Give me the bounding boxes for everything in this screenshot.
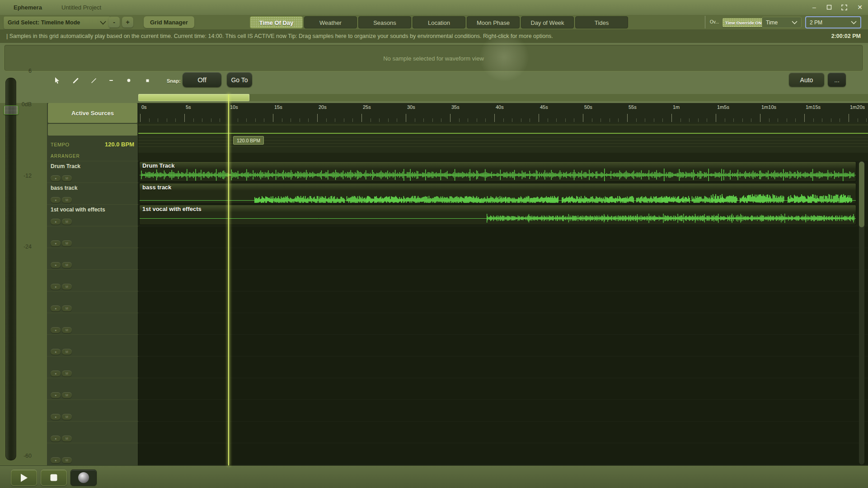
hour-select[interactable]: 2 PM [805,16,861,28]
record-arm-button[interactable]: ● [51,392,61,398]
mute-button[interactable]: M [62,219,72,225]
title-bar[interactable]: Ephemera Untitled Project – ✕ [0,0,868,15]
empty-track-header[interactable]: ●M [47,334,138,356]
tab-seasons[interactable]: Seasons [358,16,411,28]
record-arm-button[interactable]: ● [51,284,61,290]
empty-track-header[interactable]: ●M [47,248,138,269]
ruler-tick-minor [246,118,247,122]
mute-button[interactable]: M [62,284,72,290]
record-arm-button[interactable]: ● [51,457,61,463]
mute-button[interactable]: M [62,392,72,398]
mute-button[interactable]: M [62,327,72,333]
loop-range[interactable] [138,94,249,101]
mute-button[interactable]: M [62,240,72,246]
dash-tool-icon[interactable] [103,74,119,87]
empty-track-lanes[interactable] [138,226,868,465]
tab-tides[interactable]: Tides [575,16,628,28]
status-bar: | Samples in this grid automatically pla… [0,29,868,43]
track-header[interactable]: 1st vocal with effects●M [47,204,138,226]
grid-zoom-out-button[interactable]: - [108,17,120,28]
fullscreen-icon[interactable] [838,3,850,12]
audio-clip[interactable]: bass track [139,183,856,203]
dot-tool-icon[interactable] [121,74,136,87]
tab-weather[interactable]: Weather [304,16,357,28]
time-ruler[interactable]: 0s5s10s15s20s25s30s35s40s45s50s55s1m1m5s… [138,103,868,123]
vertical-scrollbar-thumb[interactable] [859,162,864,227]
override-mode-select[interactable]: Time [762,17,802,28]
tempo-marker-badge[interactable]: 120.0 BPM [233,136,264,145]
more-options-button[interactable]: ... [828,73,846,87]
empty-track-header[interactable]: ●M [47,291,138,313]
grid-zoom-in-button[interactable]: + [122,17,133,28]
minimize-icon[interactable]: – [808,3,820,12]
tab-day-of-week[interactable]: Day of Week [521,16,574,28]
ruler-tick-major [627,114,628,122]
record-arm-button[interactable]: ● [51,349,61,355]
empty-track-header[interactable]: ●M [47,443,138,465]
record-arm-button[interactable]: ● [51,327,61,333]
auto-button[interactable]: Auto [789,73,824,87]
ruler-tick-minor [459,118,460,122]
playhead[interactable] [228,94,229,465]
record-arm-button[interactable]: ● [51,436,61,441]
arranger-lane[interactable] [138,153,868,161]
ruler-tick-minor [654,118,654,122]
time-override-button[interactable]: Time Override ON [723,18,765,27]
waveform-preview-panel[interactable]: No sample selected for waveform view [4,44,863,71]
empty-track-header[interactable]: ●M [47,421,138,443]
play-button[interactable] [11,469,37,486]
mute-button[interactable]: M [62,371,72,376]
ruler-tick-minor [503,118,504,122]
record-arm-button[interactable]: ● [51,175,61,181]
mute-button[interactable]: M [62,175,72,181]
play-icon [20,474,28,482]
vocal-waveform [140,212,856,225]
record-button[interactable] [70,469,97,486]
clock-display: 2:00:02 PM [831,33,861,39]
record-arm-button[interactable]: ● [51,305,61,311]
tempo-value[interactable]: 120.0 BPM [105,141,134,148]
empty-track-header[interactable]: ●M [47,269,138,291]
record-arm-button[interactable]: ● [51,414,61,420]
empty-track-header[interactable]: ●M [47,226,138,248]
snap-toggle-button[interactable]: Off [183,72,221,87]
record-arm-button[interactable]: ● [51,219,61,225]
tab-location[interactable]: Location [413,16,465,28]
audio-clip[interactable]: 1st vocal with effects [139,205,856,225]
square-tool-icon[interactable] [140,74,155,87]
tab-time-of-day[interactable]: Time Of Day [250,16,303,28]
maximize-icon[interactable] [823,3,835,12]
record-arm-button[interactable]: ● [51,371,61,376]
stop-button[interactable] [41,469,67,486]
mute-button[interactable]: M [62,414,72,420]
record-arm-button[interactable]: ● [51,240,61,246]
record-arm-button[interactable]: ● [51,197,61,203]
empty-track-header[interactable]: ●M [47,313,138,334]
close-icon[interactable]: ✕ [854,3,866,12]
audio-clip[interactable]: Drum Track [139,161,856,182]
grid-manager-button[interactable]: Grid Manager [144,16,194,28]
record-arm-button[interactable]: ● [51,262,61,268]
track-header[interactable]: bass track●M [47,183,138,204]
mute-button[interactable]: M [62,305,72,311]
line-tool-icon[interactable] [86,74,101,87]
grid-select-dropdown[interactable]: Grid Select: Timeline Mode [4,16,110,29]
goto-button[interactable]: Go To [227,72,252,87]
mute-button[interactable]: M [62,457,72,463]
mute-button[interactable]: M [62,262,72,268]
mute-button[interactable]: M [62,349,72,355]
tab-moon-phase[interactable]: Moon Phase [467,16,520,28]
mute-button[interactable]: M [62,197,72,203]
empty-track-header[interactable]: ●M [47,399,138,421]
mute-button[interactable]: M [62,436,72,441]
select-tool-icon[interactable] [49,74,65,87]
tempo-lane[interactable]: 120.0 BPM [138,123,868,153]
master-fader-track[interactable] [5,78,16,460]
ruler-tick-label: 5s [186,104,191,110]
empty-track-header[interactable]: ●M [47,356,138,378]
ruler-tick-minor [610,118,610,122]
empty-track-header[interactable]: ●M [47,378,138,399]
active-sources-header[interactable]: Active Sources [48,103,137,123]
pencil-tool-icon[interactable] [68,74,83,87]
track-header[interactable]: Drum Track●M [47,161,138,183]
